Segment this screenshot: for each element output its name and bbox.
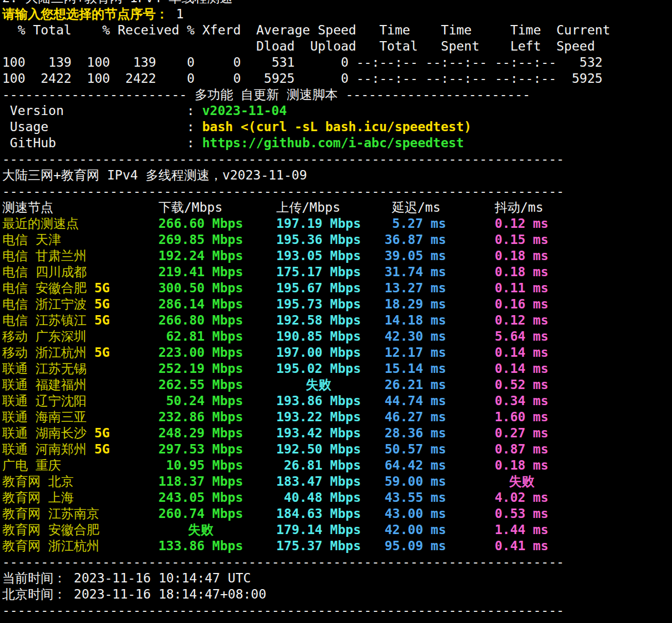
down-unit: Mbps — [205, 232, 243, 247]
node-5g-tag: 5G — [87, 345, 110, 360]
down-unit: Mbps — [205, 490, 243, 505]
node-name: 联通 福建福州 — [2, 377, 87, 393]
down-number: 232.86 — [158, 409, 205, 425]
jit-unit: ms — [525, 265, 549, 279]
lat-value: 26.21 ms — [385, 377, 446, 393]
down-value: 243.05 Mbps — [158, 490, 243, 506]
info-row-usage: Usage: bash <(curl -sL bash.icu/speedtes… — [2, 119, 672, 135]
node-name: 电信 四川成都 — [2, 264, 87, 280]
table-row: 电信 四川成都219.41 Mbps175.17 Mbps31.74 ms0.1… — [2, 264, 672, 280]
up-value: 179.14 Mbps — [276, 522, 361, 538]
header-upload: 上传/Mbps — [276, 200, 340, 216]
up-value: 195.73 Mbps — [276, 296, 361, 312]
jit-number: 0.18 — [495, 457, 525, 474]
up-number: 195.02 — [276, 361, 322, 377]
jit-unit: ms — [525, 313, 549, 327]
up-value: 175.17 Mbps — [276, 264, 361, 280]
lat-unit: ms — [423, 345, 446, 360]
down-number: 223.00 — [158, 345, 205, 361]
up-value: 195.36 Mbps — [276, 232, 361, 248]
down-unit: Mbps — [205, 377, 243, 392]
up-unit: Mbps — [322, 313, 361, 327]
table-row: 教育网 上海243.05 Mbps40.48 Mbps43.55 ms4.02 … — [2, 490, 672, 506]
up-unit: Mbps — [322, 265, 361, 279]
run-title: 大陆三网+教育网 IPv4 多线程测速，v2023-11-09 — [2, 167, 672, 183]
lat-unit: ms — [423, 522, 446, 537]
node-name: 教育网 上海 — [2, 490, 74, 506]
down-unit: Mbps — [205, 458, 243, 472]
jit-unit: ms — [525, 216, 549, 231]
up-number: 193.05 — [276, 248, 322, 264]
lat-number: 26.21 — [385, 377, 423, 393]
table-row: 教育网 江苏南京260.74 Mbps184.63 Mbps43.00 ms0.… — [2, 506, 672, 522]
lat-number: 5.27 — [385, 216, 423, 232]
usage-value: bash <(curl -sL bash.icu/speedtest) — [202, 119, 472, 134]
down-number: 266.80 — [158, 312, 205, 328]
up-value: 197.19 Mbps — [276, 216, 361, 232]
up-value: 40.48 Mbps — [276, 490, 361, 506]
jit-unit: ms — [525, 490, 549, 505]
curl-progress-row-2: 100 2422 100 2422 0 0 5925 0 --:--:-- --… — [2, 71, 672, 87]
jit-unit: ms — [525, 426, 549, 440]
lat-number: 43.00 — [385, 506, 423, 522]
lat-number: 12.17 — [385, 345, 423, 361]
info-colon: : — [187, 103, 202, 118]
jit-value: 0.41 ms — [495, 538, 549, 554]
down-number: 133.86 — [158, 538, 205, 554]
node-5g-tag: 5G — [87, 426, 110, 440]
down-unit: Mbps — [205, 297, 243, 311]
lat-value: 43.55 ms — [385, 490, 446, 506]
jit-unit: ms — [525, 539, 549, 553]
lat-number: 39.05 — [385, 248, 423, 264]
jit-number: 0.52 — [495, 377, 525, 393]
up-number: 192.58 — [276, 312, 322, 328]
curl-progress-header-2: Dload Upload Total Spent Left Speed — [2, 38, 672, 54]
jit-value: 5.64 ms — [495, 328, 549, 345]
lat-value: 18.29 ms — [385, 296, 446, 312]
separator-line: ----------------------------------------… — [2, 151, 672, 167]
down-value: 262.55 Mbps — [158, 377, 243, 393]
down-value: 300.50 Mbps — [158, 280, 243, 296]
table-row: 联通 辽宁沈阳50.24 Mbps193.86 Mbps44.74 ms0.34… — [2, 393, 672, 409]
table-row: 电信 江苏镇江 5G266.80 Mbps192.58 Mbps14.18 ms… — [2, 312, 672, 328]
terminal-screen[interactable]: 2. 大陆三网+教育网 IPv4 单线程测速 请输入您想选择的节点序号： 1 %… — [0, 0, 672, 619]
prompt-label: 请输入您想选择的节点序号： — [2, 7, 176, 21]
jit-unit: ms — [525, 281, 549, 295]
jit-number: 0.87 — [495, 441, 525, 457]
up-unit: Mbps — [322, 361, 361, 376]
lat-value: 5.27 ms — [385, 216, 446, 232]
table-row: 联通 福建福州262.55 Mbps失败26.21 ms0.52 ms — [2, 377, 672, 393]
jit-number: 0.12 — [495, 312, 525, 328]
down-unit: Mbps — [205, 410, 243, 424]
up-number: 193.42 — [276, 425, 322, 441]
lat-unit: ms — [423, 474, 446, 489]
table-row: 教育网 北京118.37 Mbps183.47 Mbps59.00 ms失败 — [2, 474, 672, 490]
jit-number: 0.14 — [495, 345, 525, 361]
lat-value: 36.87 ms — [385, 232, 446, 248]
down-unit: Mbps — [205, 393, 243, 408]
down-unit: Mbps — [205, 539, 243, 553]
up-value: 26.81 Mbps — [276, 457, 361, 474]
down-value: 260.74 Mbps — [158, 506, 243, 522]
up-unit: Mbps — [322, 426, 361, 440]
down-number: 50.24 — [158, 393, 205, 409]
node-name: 教育网 江苏南京 — [2, 506, 99, 522]
down-number: 252.19 — [158, 361, 205, 377]
node-5g-tag: 5G — [87, 442, 110, 456]
info-label: Usage — [2, 119, 187, 135]
jit-value: 1.60 ms — [495, 409, 549, 425]
up-unit: Mbps — [322, 281, 361, 295]
up-value: 192.58 Mbps — [276, 312, 361, 328]
up-number: 192.50 — [276, 441, 322, 457]
jit-number: 4.02 — [495, 490, 525, 506]
down-number: 62.81 — [158, 328, 205, 345]
lat-value: 13.27 ms — [385, 280, 446, 296]
clipped-menu-text: 2. 大陆三网+教育网 IPv4 单线程测速 — [2, 0, 232, 5]
prompt-entered-value: 1 — [176, 7, 184, 21]
lat-value: 95.09 ms — [385, 538, 446, 554]
jit-value: 0.18 ms — [495, 264, 549, 280]
down-unit: Mbps — [205, 474, 243, 489]
jit-number: 0.53 — [495, 506, 525, 522]
header-latency: 延迟/ms — [392, 200, 441, 216]
jit-unit: ms — [525, 410, 549, 424]
